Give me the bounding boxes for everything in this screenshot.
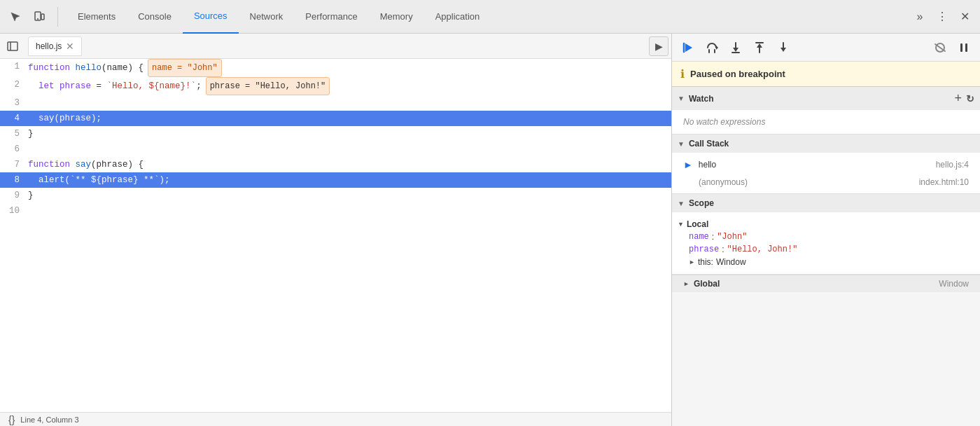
step-out-button[interactable] — [749, 37, 770, 58]
file-tab-hello-js[interactable]: hello.js ✕ — [28, 36, 82, 56]
stack-active-arrow-icon: ► — [683, 159, 693, 170]
deactivate-breakpoints-button[interactable] — [930, 37, 951, 58]
left-panel: hello.js ✕ ▶ 1 function hello(name) {nam… — [0, 34, 672, 426]
global-section[interactable]: ► Global Window — [672, 275, 980, 292]
code-line-4: 4 say(phrase); — [0, 111, 671, 126]
line-number-5[interactable]: 5 — [0, 126, 28, 142]
line-content-10 — [28, 203, 671, 219]
stack-item-anonymous[interactable]: (anonymous) index.html:10 — [672, 174, 980, 191]
run-snippet-button[interactable]: ▶ — [649, 36, 668, 56]
svg-rect-19 — [960, 43, 962, 52]
global-expand-icon: ► — [683, 280, 690, 287]
line-number-1[interactable]: 1 — [0, 59, 28, 77]
line-number-4[interactable]: 4 — [0, 111, 28, 126]
close-devtools-icon[interactable]: ✕ — [955, 7, 974, 27]
scope-var-name: name : "John" — [678, 231, 974, 243]
line-number-3[interactable]: 3 — [0, 95, 28, 111]
customize-icon[interactable]: ⋮ — [932, 7, 952, 27]
line-content-2: let phrase = `Hello, ${name}!`;phrase = … — [28, 77, 671, 95]
tab-elements[interactable]: Elements — [66, 0, 127, 34]
paused-banner: ℹ Paused on breakpoint — [672, 62, 980, 87]
tab-sources[interactable]: Sources — [183, 0, 239, 34]
call-stack-chevron-icon: ▼ — [678, 140, 685, 148]
info-icon: ℹ — [680, 67, 685, 81]
line-number-9[interactable]: 9 — [0, 188, 28, 203]
status-text: Line 4, Column 3 — [20, 415, 78, 424]
line-number-8[interactable]: 8 — [0, 172, 28, 188]
line-content-5: } — [28, 126, 671, 142]
watch-add-button[interactable]: + — [954, 91, 962, 106]
stack-item-hello-loc: hello.js:4 — [936, 160, 969, 170]
svg-rect-3 — [8, 42, 18, 50]
watch-refresh-button[interactable]: ↻ — [966, 93, 974, 104]
watch-empty-message: No watch expressions — [672, 113, 980, 131]
step-button[interactable] — [773, 37, 794, 58]
main-area: hello.js ✕ ▶ 1 function hello(name) {nam… — [0, 34, 980, 426]
file-tab-name: hello.js — [36, 41, 62, 51]
scope-this-key-label: this: — [698, 257, 713, 267]
code-line-3: 3 — [0, 95, 671, 111]
watch-title: Watch — [689, 94, 714, 104]
file-tab-close-button[interactable]: ✕ — [66, 41, 74, 51]
line-content-4: say(phrase); — [28, 111, 671, 126]
code-line-2: 2 let phrase = `Hello, ${name}!`;phrase … — [0, 77, 671, 95]
cursor-icon[interactable] — [6, 7, 25, 27]
code-line-8: 8 alert(`** ${phrase} **`); — [0, 172, 671, 188]
tab-memory[interactable]: Memory — [369, 0, 424, 34]
line-number-2[interactable]: 2 — [0, 77, 28, 95]
stack-item-hello-name: hello — [699, 160, 936, 170]
pause-on-exceptions-button[interactable] — [953, 37, 974, 58]
code-line-6: 6 — [0, 142, 671, 157]
resume-button[interactable] — [678, 37, 699, 58]
scope-var-phrase: phrase : "Hello, John!" — [678, 243, 974, 256]
code-line-10: 10 — [0, 203, 671, 219]
call-stack-title: Call Stack — [689, 139, 729, 149]
svg-rect-1 — [41, 14, 44, 20]
scope-section-header[interactable]: ▼ Scope — [672, 194, 980, 212]
line-number-7[interactable]: 7 — [0, 157, 28, 172]
global-value: Window — [939, 279, 969, 289]
tab-console[interactable]: Console — [127, 0, 183, 34]
line-number-6[interactable]: 6 — [0, 142, 28, 157]
more-tabs-icon[interactable]: » — [910, 7, 930, 27]
line-content-7: function say(phrase) { — [28, 157, 671, 172]
tab-bar-right: » ⋮ ✕ — [910, 7, 974, 27]
scope-this-value: Window — [716, 257, 746, 267]
scope-this-row[interactable]: ► this: Window — [678, 256, 974, 268]
svg-marker-7 — [716, 46, 718, 50]
svg-marker-5 — [685, 43, 692, 52]
scope-var-name-key: name — [689, 232, 709, 242]
call-stack-content: ► hello hello.js:4 (anonymous) index.htm… — [672, 153, 980, 193]
stack-item-anonymous-name: (anonymous) — [699, 177, 919, 187]
watch-content: No watch expressions — [672, 110, 980, 134]
watch-section-header[interactable]: ▼ Watch + ↻ — [672, 87, 980, 110]
code-line-5: 5 } — [0, 126, 671, 142]
debug-toolbar — [672, 34, 980, 62]
stack-item-hello[interactable]: ► hello hello.js:4 — [672, 156, 980, 174]
braces-icon: {} — [8, 414, 15, 425]
call-stack-section-header[interactable]: ▼ Call Stack — [672, 135, 980, 153]
svg-marker-14 — [757, 43, 762, 48]
sidebar-toggle-button[interactable] — [3, 36, 22, 56]
tab-performance[interactable]: Performance — [294, 0, 368, 34]
step-over-button[interactable] — [701, 37, 722, 58]
line-number-10[interactable]: 10 — [0, 203, 28, 219]
scope-var-phrase-key: phrase — [689, 245, 719, 254]
line-content-3 — [28, 95, 671, 111]
toolbar-icons — [6, 7, 58, 27]
scope-var-phrase-value: "Hello, John!" — [727, 245, 798, 254]
device-icon[interactable] — [29, 7, 49, 27]
paused-text: Paused on breakpoint — [690, 69, 785, 79]
line-content-6 — [28, 142, 671, 157]
tab-application[interactable]: Application — [424, 0, 491, 34]
stack-item-anonymous-loc: index.html:10 — [919, 177, 969, 187]
scope-content: ▼ Local name : "John" phrase : "Hello, J… — [672, 212, 980, 274]
code-lines: 1 function hello(name) {name = "John" 2 … — [0, 59, 671, 219]
step-into-button[interactable] — [725, 37, 746, 58]
watch-section: ▼ Watch + ↻ No watch expressions — [672, 87, 980, 135]
scope-local-header[interactable]: ▼ Local — [678, 218, 974, 231]
scope-local-group: ▼ Local name : "John" phrase : "Hello, J… — [672, 215, 980, 271]
scope-this-expand-icon: ► — [689, 259, 695, 266]
code-line-9: 9 } — [0, 188, 671, 203]
tab-network[interactable]: Network — [239, 0, 295, 34]
